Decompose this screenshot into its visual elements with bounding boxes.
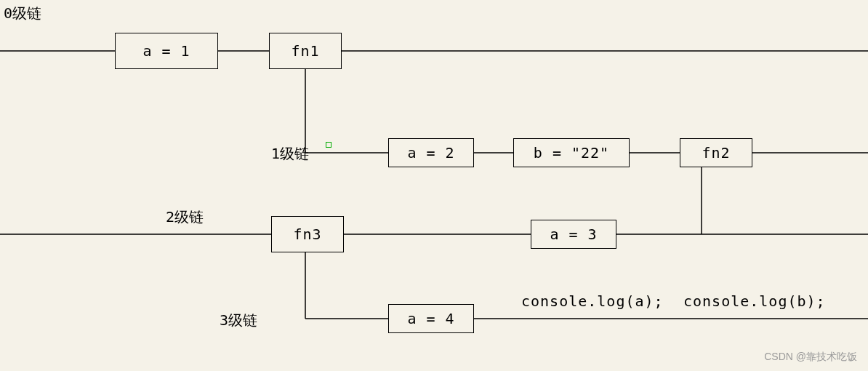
box-fn2: fn2 xyxy=(680,138,752,167)
level3-label: 3级链 xyxy=(220,311,257,330)
box-fn1: fn1 xyxy=(269,33,342,69)
edit-handle-icon xyxy=(326,142,331,148)
box-a1: a = 1 xyxy=(115,33,218,69)
level2-label: 2级链 xyxy=(166,207,204,227)
stmt-log-a: console.log(a); xyxy=(521,292,664,310)
level0-label: 0级链 xyxy=(4,4,41,23)
box-fn3: fn3 xyxy=(271,216,344,252)
box-b22: b = "22" xyxy=(513,138,630,167)
watermark: CSDN @靠技术吃饭 xyxy=(764,351,857,364)
box-a4: a = 4 xyxy=(388,304,474,333)
stmt-log-b: console.log(b); xyxy=(683,292,826,310)
level1-label: 1级链 xyxy=(271,144,309,164)
box-a2: a = 2 xyxy=(388,138,474,167)
box-a3: a = 3 xyxy=(531,220,616,249)
